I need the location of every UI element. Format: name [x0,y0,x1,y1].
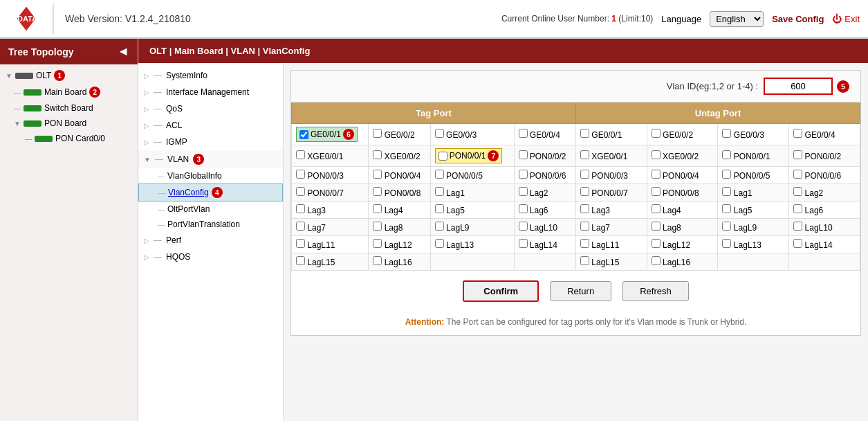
checkbox-xge002-untag[interactable] [652,150,661,159]
nav-item-vlan[interactable]: ▼ — VLAN 3 [138,150,283,168]
sidebar-item-poncard[interactable]: — PON Card0/0 [0,131,138,146]
checkbox-lag8-tag[interactable] [373,222,382,231]
checkbox-lag7-untag[interactable] [580,222,589,231]
sidebar-item-mainboard[interactable]: — Main Board 2 [0,84,138,100]
checkbox-ge001-tag[interactable] [299,130,308,139]
checkbox-lag8-untag[interactable] [652,222,661,231]
checkbox-lag3-tag[interactable] [296,204,305,213]
nav-label-sysinfo: SystemInfo [166,71,207,80]
vlan-id-input[interactable] [764,78,833,95]
nav-item-acl[interactable]: ▷ — ACL [138,117,283,134]
checkbox-pon008-untag[interactable] [652,187,661,196]
checkbox-pon002-tag[interactable] [519,150,528,159]
checkbox-lag7-tag[interactable] [296,222,305,231]
sidebar-item-switchboard[interactable]: — Switch Board [0,100,138,116]
checkbox-pon008-tag[interactable] [373,187,382,196]
badge-7: 7 [488,150,499,161]
logo-icon: DATA [8,3,44,34]
checkbox-lagl11-tag[interactable] [296,239,305,248]
checkbox-lag2-tag[interactable] [519,187,528,196]
checkbox-pon006-tag[interactable] [519,170,528,179]
checkbox-ge004-untag[interactable] [793,129,802,138]
checkbox-ge003-untag[interactable] [722,129,731,138]
checkbox-xge001-tag[interactable] [296,150,305,159]
checkbox-lag6-untag[interactable] [793,204,802,213]
checkbox-pon001-untag[interactable] [722,150,731,159]
sidebar-item-ponboard[interactable]: ▼ PON Board [0,116,138,131]
checkbox-lagl16-untag[interactable] [652,256,661,265]
checkbox-lagl16-tag[interactable] [373,256,382,265]
checkbox-lagl9-untag[interactable] [722,222,731,231]
checkbox-lag6-tag[interactable] [519,204,528,213]
checkbox-lag2-untag[interactable] [793,187,802,196]
nav-item-perf[interactable]: ▷ — Perf [138,232,283,249]
checkbox-pon003-tag[interactable] [296,170,305,179]
exit-button[interactable]: ⏻ Exit [832,13,860,24]
checkbox-lag1-untag[interactable] [722,187,731,196]
return-button[interactable]: Return [550,281,611,301]
nav-item-portvlantrans[interactable]: — PortVlanTranslation [138,217,283,232]
checkbox-lagl14-untag[interactable] [793,239,802,248]
nav-item-oltportvlan[interactable]: — OltPortVlan [138,201,283,217]
checkbox-pon007-tag[interactable] [296,187,305,196]
checkbox-lagl14-tag[interactable] [519,239,528,248]
checkbox-lag4-untag[interactable] [652,204,661,213]
checkbox-lagl9-tag[interactable] [435,222,444,231]
checkbox-lagl10-tag[interactable] [519,222,528,231]
nav-label-acl: ACL [166,120,182,130]
nav-item-qos[interactable]: ▷ — QoS [138,100,283,117]
checkbox-pon007-untag[interactable] [580,187,589,196]
checkbox-lagl13-untag[interactable] [722,239,731,248]
sidebar-collapse-icon[interactable]: ◄ [117,44,129,59]
checkbox-lagl13-tag[interactable] [435,239,444,248]
expand-icon-igmp: ▷ [144,138,149,146]
nav-item-vlanconfig[interactable]: — VlanConfig 4 [138,183,283,201]
checkbox-pon004-untag[interactable] [652,170,661,179]
checkbox-ge001-untag[interactable] [580,129,589,138]
checkbox-lagl15-tag[interactable] [296,256,305,265]
nav-item-vlanglobal[interactable]: — VlanGlobalInfo [138,168,283,183]
checkbox-pon001-tag[interactable] [438,152,447,161]
checkbox-xge001-untag[interactable] [580,150,589,159]
checkbox-ge002-untag[interactable] [652,129,661,138]
nav-item-igmp[interactable]: ▷ — IGMP [138,134,283,150]
checkbox-lagl10-untag[interactable] [793,222,802,231]
port-row: Lag3 Lag4 Lag5 Lag6 Lag3 Lag4 Lag5 Lag6 [292,201,860,219]
checkbox-lagl15-untag[interactable] [580,256,589,265]
checkbox-lag5-untag[interactable] [722,204,731,213]
checkbox-pon003-untag[interactable] [580,170,589,179]
checkbox-lag1-tag[interactable] [435,187,444,196]
checkbox-lagl12-tag[interactable] [373,239,382,248]
confirm-button[interactable]: Confirm [463,280,539,302]
nav-item-sysinfo[interactable]: ▷ — SystemInfo [138,67,283,84]
save-config-button[interactable]: Save Config [772,14,824,24]
checkbox-ge003-tag[interactable] [435,129,444,138]
checkbox-lagl11-untag[interactable] [580,239,589,248]
expand-icon-vlan: ▼ [144,156,151,163]
port-row: GE0/0/1 6 GE0/0/2 GE0/0/3 GE0/0/4 GE0/0/… [292,124,860,145]
language-select[interactable]: English Chinese [710,11,764,27]
checkbox-pon004-tag[interactable] [373,170,382,179]
port-label-ge001-tag: GE0/0/1 [311,129,341,139]
checkbox-lag3-untag[interactable] [580,204,589,213]
nav-item-hqos[interactable]: ▷ — HQOS [138,249,283,265]
checkbox-ge002-tag[interactable] [373,129,382,138]
checkbox-pon005-tag[interactable] [435,170,444,179]
checkbox-lagl12-untag[interactable] [652,239,661,248]
sidebar-item-olt[interactable]: ▼ OLT 1 [0,67,138,84]
expand-icon-hqos: ▷ [144,253,149,261]
checkbox-pon002-untag[interactable] [793,150,802,159]
checkbox-pon006-untag[interactable] [793,170,802,179]
nav-item-iface[interactable]: ▷ — Interface Management [138,84,283,100]
expand-icon-iface: ▷ [144,89,149,96]
dash-icon-qos: — [154,104,162,114]
checkbox-xge002-tag[interactable] [373,150,382,159]
port-row: PON0/0/7 PON0/0/8 Lag1 Lag2 PON0/0/7 PON… [292,184,860,201]
checkbox-lag4-tag[interactable] [373,204,382,213]
checkbox-ge004-tag[interactable] [519,129,528,138]
refresh-button[interactable]: Refresh [622,281,689,301]
attention-label: Attention: [405,317,445,327]
checkbox-pon005-untag[interactable] [722,170,731,179]
dash-icon-oltportvlan: — [158,206,165,213]
checkbox-lag5-tag[interactable] [435,204,444,213]
